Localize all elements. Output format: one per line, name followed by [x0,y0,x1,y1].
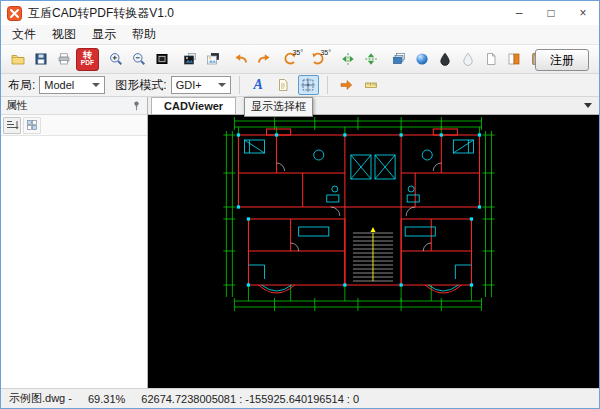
page-setup-button[interactable] [273,75,294,95]
cad-dimension-lines [223,117,494,311]
graphics-mode-combobox[interactable]: GDI+ [171,76,231,94]
maximize-icon: □ [547,6,554,20]
rotate-left-button[interactable]: 35° [276,48,303,70]
status-coordinates: 62674.7238005081 : -155925.640196514 : 0 [141,393,359,405]
graphics-mode-value: GDI+ [176,79,202,91]
close-icon: × [579,6,586,20]
register-button[interactable]: 注册 [535,49,589,71]
chevron-down-icon [92,83,100,87]
status-zoom-level: 69.31% [88,393,125,405]
save-button[interactable] [30,48,52,70]
cad-canvas[interactable] [148,115,599,388]
print-button[interactable] [53,48,75,70]
background-dark-button[interactable] [179,48,201,70]
layers-icon [391,51,407,67]
tooltip: 显示选择框 [244,97,313,117]
graphics-mode-label: 图形模式: [115,77,166,94]
dark-image-icon [182,51,198,67]
save-icon [33,51,49,67]
open-folder-icon [10,51,26,67]
tab-list-dropdown-icon[interactable] [584,103,592,108]
rotate-right-button[interactable]: 35° [304,48,331,70]
convert-pdf-button[interactable]: 转 PDF [76,48,99,71]
toolbar-separator [239,76,240,94]
maximize-button[interactable]: □ [535,1,567,25]
page-white-button[interactable] [480,48,502,70]
page-setup-icon [275,77,291,93]
ink-dark-button[interactable] [434,48,456,70]
viewer-pane: CADViewer 显示选择框 [148,97,599,388]
zoom-in-button[interactable] [105,48,127,70]
statusbar: 示例图.dwg - 69.31% 62674.7238005081 : -155… [1,388,599,408]
flip-vertical-button[interactable] [360,48,382,70]
fit-extents-button[interactable] [151,48,173,70]
fit-extents-icon [154,51,170,67]
app-window: 互盾CAD转PDF转换器V1.0 – □ × 文件 视图 显示 帮助 [0,0,600,409]
pin-button[interactable] [131,100,142,111]
menu-view[interactable]: 视图 [44,25,84,44]
ink-light-button[interactable] [457,48,479,70]
pin-icon [131,100,142,111]
sphere-icon [414,51,430,67]
two-color-page-icon [506,51,522,67]
layout-value: Model [44,79,74,91]
ruler-icon [363,77,379,93]
printer-icon [56,51,72,67]
redo-arrow-icon [256,51,272,67]
render-button[interactable] [411,48,433,70]
background-light-button[interactable] [202,48,224,70]
minimize-icon: – [516,6,523,20]
white-page-icon [483,51,499,67]
main-area: 属性 [1,97,599,388]
cad-stairs-doors [277,163,442,281]
pdf-button-label-bottom: PDF [81,60,95,67]
toolbar-separator [327,76,328,94]
rotate-right-degrees: 35° [320,49,331,56]
category-grid-icon [25,118,39,132]
menu-display[interactable]: 显示 [84,25,124,44]
flip-horizontal-icon [340,51,356,67]
layout-label: 布局: [8,77,35,94]
page-color-button[interactable] [503,48,525,70]
zoom-out-button[interactable] [128,48,150,70]
properties-panel-toolbar [1,115,147,136]
layout-combobox[interactable]: Model [39,76,105,94]
close-button[interactable]: × [567,1,599,25]
light-droplet-icon [460,51,476,67]
rotate-left-degrees: 35° [292,49,303,56]
open-button[interactable] [7,48,29,70]
window-controls: – □ × [503,1,599,25]
selection-box-icon [300,77,316,93]
redo-button[interactable] [253,48,275,70]
layers-button[interactable] [388,48,410,70]
menu-help[interactable]: 帮助 [124,25,164,44]
chevron-down-icon [218,83,226,87]
font-quality-button[interactable]: A [248,75,269,95]
flip-horizontal-button[interactable] [337,48,359,70]
tab-cadviewer[interactable]: CADViewer [151,97,236,114]
cad-columns [237,133,481,286]
cad-walls [238,129,479,293]
titlebar: 互盾CAD转PDF转换器V1.0 – □ × [1,1,599,25]
undo-button[interactable] [230,48,252,70]
cad-fixtures [244,140,473,291]
menubar: 文件 视图 显示 帮助 [1,25,599,44]
menu-file[interactable]: 文件 [4,25,44,44]
properties-panel: 属性 [1,97,148,388]
zoom-in-icon [108,51,124,67]
minimize-button[interactable]: – [503,1,535,25]
window-title: 互盾CAD转PDF转换器V1.0 [28,5,174,22]
pan-button[interactable] [336,75,357,95]
categorize-button[interactable] [23,117,41,134]
dark-droplet-icon [437,51,453,67]
tooltip-text: 显示选择框 [251,100,306,112]
status-filename: 示例图.dwg - [9,391,72,406]
tab-cadviewer-label: CADViewer [164,100,223,112]
sort-button[interactable] [3,117,21,134]
flip-vertical-icon [363,51,379,67]
options-toolbar: 布局: Model 图形模式: GDI+ A [1,74,599,97]
measure-button[interactable] [361,75,382,95]
font-quality-icon: A [254,78,263,92]
properties-panel-header: 属性 [1,97,147,115]
selection-box-button[interactable] [298,75,319,95]
